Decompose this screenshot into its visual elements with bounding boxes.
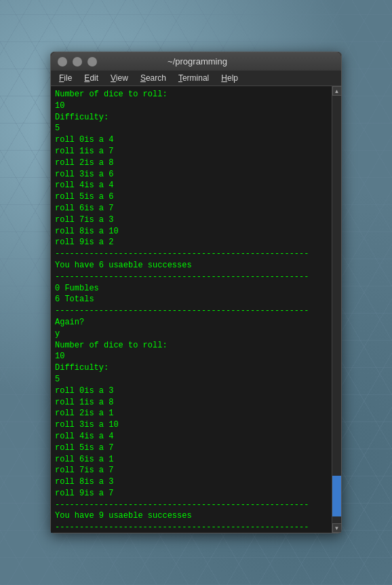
terminal-output[interactable]: Number of dice to roll: 10 Difficulty: 5… [51,86,332,533]
menu-search[interactable]: Search [135,72,172,84]
close-button[interactable] [58,57,67,67]
menu-terminal[interactable]: Terminal [173,72,214,84]
terminal-area: Number of dice to roll: 10 Difficulty: 5… [51,86,341,533]
terminal-text: Number of dice to roll: 10 Difficulty: 5… [55,89,328,533]
scroll-track[interactable] [332,96,341,523]
menu-file[interactable]: File [54,72,77,84]
window-title: ~/programming [97,56,298,67]
scrollbar: ▲ ▼ [332,86,341,533]
window-controls [58,57,97,67]
menu-edit[interactable]: Edit [79,72,104,84]
terminal-window: ~/programming File Edit View Search Term… [50,52,342,533]
menu-help[interactable]: Help [216,72,243,84]
title-bar: ~/programming [51,52,341,71]
minimize-button[interactable] [73,57,82,67]
scroll-down-arrow[interactable]: ▼ [332,523,342,533]
scroll-thumb[interactable] [332,476,341,516]
scroll-up-arrow[interactable]: ▲ [332,86,342,96]
maximize-button[interactable] [87,57,97,67]
menu-view[interactable]: View [105,72,134,84]
menu-bar: File Edit View Search Terminal Help [51,71,341,86]
